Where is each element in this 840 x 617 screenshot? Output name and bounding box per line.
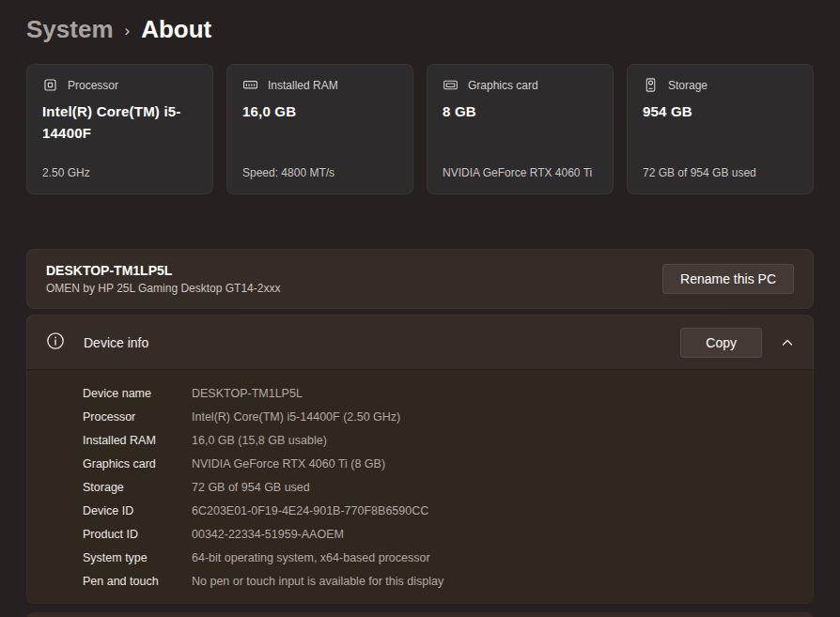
- copy-button[interactable]: Copy: [680, 328, 762, 358]
- processor-card-value: Intel(R) Core(TM) i5-14400F: [42, 101, 197, 144]
- device-info-row-value: 6C203E01-0F19-4E24-901B-770F8B6590CC: [192, 504, 794, 517]
- system-about-page: System › About Processor Intel(R) Core(T…: [0, 0, 840, 617]
- breadcrumb-system[interactable]: System: [26, 15, 114, 44]
- device-info-row-label: Installed RAM: [83, 434, 192, 447]
- device-info-row-value: No pen or touch input is available for t…: [192, 575, 794, 588]
- graphics-card-header: Graphics card: [443, 77, 598, 93]
- device-info-row-label: Storage: [83, 481, 192, 494]
- graphics-card: Graphics card 8 GB NVIDIA GeForce RTX 40…: [427, 64, 614, 194]
- graphics-card-value: 8 GB: [443, 101, 598, 123]
- storage-card-value: 954 GB: [643, 101, 798, 123]
- rename-pc-button[interactable]: Rename this PC: [662, 264, 794, 294]
- device-info-row-label: System type: [83, 551, 192, 564]
- device-name-bar: DESKTOP-TM1LP5L OMEN by HP 25L Gaming De…: [26, 249, 814, 309]
- device-info-row-value: 16,0 GB (15,8 GB usable): [192, 434, 794, 447]
- device-info-row: Storage 72 GB of 954 GB used: [83, 475, 794, 499]
- ram-card-value: 16,0 GB: [242, 101, 397, 123]
- device-info-row: System type 64-bit operating system, x64…: [83, 546, 794, 569]
- graphics-card-icon: [443, 77, 459, 93]
- graphics-card-label: Graphics card: [468, 79, 538, 92]
- device-info-row: Installed RAM 16,0 GB (15,8 GB usable): [83, 428, 794, 452]
- device-info-row-value: Intel(R) Core(TM) i5-14400F (2.50 GHz): [192, 410, 794, 424]
- breadcrumb: System › About: [26, 13, 814, 45]
- device-info-title: Device info: [84, 335, 148, 350]
- device-info-row-value: 64-bit operating system, x64-based proce…: [192, 551, 794, 564]
- device-info-expander: Device info Copy Device name DESKTOP-TM1…: [26, 315, 814, 604]
- device-info-row-label: Device name: [83, 387, 192, 400]
- processor-card-caption: 2.50 GHz: [42, 166, 197, 179]
- device-info-row-label: Product ID: [83, 528, 192, 541]
- ram-card-label: Installed RAM: [268, 79, 338, 92]
- device-info-row: Graphics card NVIDIA GeForce RTX 4060 Ti…: [83, 452, 794, 475]
- device-info-header[interactable]: Device info Copy: [26, 315, 814, 369]
- device-info-row-value: 72 GB of 954 GB used: [192, 481, 794, 494]
- storage-card-label: Storage: [668, 79, 708, 92]
- ram-card-caption: Speed: 4800 MT/s: [242, 166, 397, 179]
- device-name: DESKTOP-TM1LP5L: [46, 263, 280, 278]
- storage-card-header: Storage: [643, 77, 798, 93]
- device-info-row: Device ID 6C203E01-0F19-4E24-901B-770F8B…: [83, 499, 794, 522]
- device-info-row-value: NVIDIA GeForce RTX 4060 Ti (8 GB): [192, 457, 794, 470]
- storage-card: Storage 954 GB 72 GB of 954 GB used: [627, 64, 814, 194]
- graphics-card-caption: NVIDIA GeForce RTX 4060 Ti: [443, 166, 598, 179]
- device-info-actions: Copy: [680, 328, 794, 358]
- ram-card: Installed RAM 16,0 GB Speed: 4800 MT/s: [226, 64, 413, 194]
- page-title: About: [141, 15, 211, 44]
- device-info-row-label: Pen and touch: [83, 575, 192, 588]
- device-info-row-label: Processor: [83, 410, 192, 424]
- device-info-row-label: Graphics card: [83, 457, 192, 470]
- chevron-right-icon: ›: [125, 19, 131, 40]
- info-icon: [46, 332, 65, 354]
- summary-cards: Processor Intel(R) Core(TM) i5-14400F 2.…: [26, 64, 814, 194]
- device-info-row: Product ID 00342-22334-51959-AAOEM: [83, 522, 794, 546]
- device-info-row-value: 00342-22334-51959-AAOEM: [192, 528, 794, 541]
- device-info-row-value: DESKTOP-TM1LP5L: [192, 387, 794, 400]
- device-model: OMEN by HP 25L Gaming Desktop GT14-2xxx: [46, 282, 280, 295]
- device-info-row: Pen and touch No pen or touch input is a…: [83, 569, 794, 593]
- device-info-row: Device name DESKTOP-TM1LP5L: [83, 381, 794, 405]
- device-identity: DESKTOP-TM1LP5L OMEN by HP 25L Gaming De…: [46, 263, 280, 295]
- next-section-peek: [26, 612, 814, 617]
- device-info-body: Device name DESKTOP-TM1LP5L Processor In…: [26, 369, 814, 604]
- chevron-up-icon[interactable]: [781, 336, 794, 349]
- processor-card: Processor Intel(R) Core(TM) i5-14400F 2.…: [26, 64, 213, 194]
- ram-card-header: Installed RAM: [242, 77, 397, 93]
- processor-card-header: Processor: [42, 77, 197, 93]
- ram-icon: [242, 77, 258, 93]
- device-info-row-label: Device ID: [83, 504, 192, 517]
- device-info-row: Processor Intel(R) Core(TM) i5-14400F (2…: [83, 405, 794, 428]
- processor-card-label: Processor: [68, 79, 118, 92]
- processor-icon: [42, 77, 58, 93]
- storage-card-caption: 72 GB of 954 GB used: [643, 166, 798, 179]
- storage-icon: [643, 77, 659, 93]
